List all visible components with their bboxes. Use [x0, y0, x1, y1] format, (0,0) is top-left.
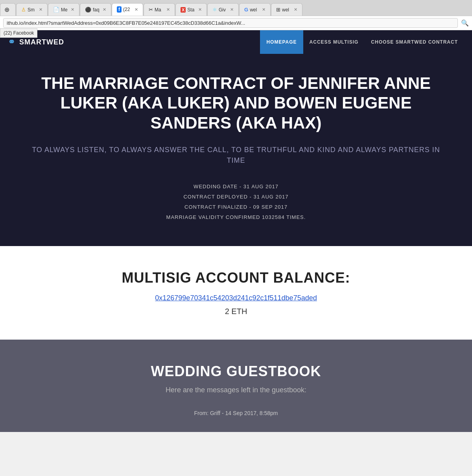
tab-wel-google[interactable]: G wel ✕: [239, 3, 271, 16]
tab-giv[interactable]: ⚛ Giv ✕: [207, 3, 239, 16]
guestbook-title: WEDDING GUESTBOOK: [16, 363, 456, 380]
search-icon[interactable]: 🔍: [461, 19, 469, 27]
tab-tooltip: (22) Facebook: [0, 28, 37, 38]
nav-link-multisig[interactable]: ACCESS MULTISIG: [303, 30, 365, 54]
tab-giv-close[interactable]: ✕: [228, 7, 234, 12]
tab-sm[interactable]: ♙ Sm ✕: [16, 3, 48, 16]
person-icon: ♙: [21, 7, 26, 13]
tab-giv-label: Giv: [219, 7, 226, 13]
tab-ma-label: Ma: [155, 7, 161, 13]
guestbook-section: WEDDING GUESTBOOK Here are the messages …: [0, 340, 472, 432]
tab-me-label: Me: [61, 7, 68, 13]
hero-title: THE MARRIAGE CONTRACT OF JENNIFER ANNE L…: [24, 74, 448, 133]
contract-deployed: CONTRACT DEPLOYED - 31 AUG 2017: [24, 192, 448, 202]
marriage-validity: MARRIAGE VALIDITY CONFIRMED 1032584 TIME…: [24, 212, 448, 222]
tab-faq-close[interactable]: ✕: [100, 7, 106, 12]
nav-link-choose[interactable]: CHOOSE SMARTWED CONTRACT: [365, 30, 464, 54]
address-input[interactable]: [3, 18, 458, 28]
multisig-section: MULTISIG ACCOUNT BALANCE: 0x126799e70341…: [0, 246, 472, 340]
scissors-icon: ✂: [149, 7, 153, 13]
tab-wel-google-close[interactable]: ✕: [260, 7, 266, 12]
nav-logo-text: SMARTWED: [19, 38, 64, 46]
hero-section: THE MARRIAGE CONTRACT OF JENNIFER ANNE L…: [0, 54, 472, 246]
tab-facebook[interactable]: f (22 ✕: [112, 3, 143, 16]
tab-chrome-icon[interactable]: ⊕: [0, 3, 16, 16]
tab-wel-google-label: wel: [250, 7, 257, 13]
nav-link-homepage[interactable]: HOMEPAGE: [260, 30, 303, 54]
hero-vow: TO ALWAYS LISTEN, TO ALWAYS ANSWER THE C…: [24, 145, 448, 166]
multisig-title: MULTISIG ACCOUNT BALANCE:: [16, 270, 456, 286]
tab-sta[interactable]: X Sta ✕: [175, 3, 207, 16]
google-icon: G: [244, 7, 248, 13]
chrome-logo-icon: ⊕: [4, 6, 9, 13]
tab-sm-close[interactable]: ✕: [37, 7, 42, 12]
tab-bar: ⊕ ♙ Sm ✕ 📄 Me ✕ ⚫ faq ✕ f (22 ✕ ✂ Ma: [0, 0, 472, 16]
github-icon: ⚫: [85, 7, 91, 13]
browser-chrome: ⊕ ♙ Sm ✕ 📄 Me ✕ ⚫ faq ✕ f (22 ✕ ✂ Ma: [0, 0, 472, 30]
grid-icon: ⊞: [276, 7, 280, 13]
tab-sm-label: Sm: [28, 7, 35, 13]
tab-ma-close[interactable]: ✕: [164, 7, 170, 12]
smartwed-logo-icon: ⚭: [8, 37, 15, 47]
tab-faq[interactable]: ⚫ faq ✕: [80, 3, 111, 16]
tab-sta-label: Sta: [187, 7, 194, 13]
hero-meta: WEDDING DATE - 31 AUG 2017 CONTRACT DEPL…: [24, 182, 448, 222]
nav-logo: ⚭ SMARTWED: [8, 37, 64, 47]
tab-me-close[interactable]: ✕: [68, 7, 74, 12]
contract-finalized: CONTRACT FINALIZED - 09 SEP 2017: [24, 202, 448, 212]
tab-sta-close[interactable]: ✕: [196, 7, 202, 12]
react-icon: ⚛: [212, 7, 217, 13]
x-icon: X: [181, 7, 186, 13]
multisig-balance: 2 ETH: [16, 307, 456, 316]
tab-ma[interactable]: ✂ Ma ✕: [144, 3, 175, 16]
tab-facebook-close[interactable]: ✕: [132, 7, 138, 12]
doc-icon: 📄: [53, 7, 59, 13]
multisig-address-link[interactable]: 0x126799e70341c54203d241c92c1f511dbe75ad…: [16, 294, 456, 302]
site-navigation: ⚭ SMARTWED HOMEPAGE ACCESS MULTISIG CHOO…: [0, 30, 472, 54]
tab-wel-grid-close[interactable]: ✕: [291, 7, 297, 12]
tab-wel-grid-label: wel: [282, 7, 289, 13]
facebook-icon: f: [117, 6, 122, 13]
guestbook-entry: From: Griff - 14 Sep 2017, 8:58pm: [16, 410, 456, 416]
nav-links: HOMEPAGE ACCESS MULTISIG CHOOSE SMARTWED…: [260, 30, 464, 54]
wedding-date: WEDDING DATE - 31 AUG 2017: [24, 182, 448, 192]
guestbook-subtitle: Here are the messages left in the guestb…: [16, 386, 456, 394]
tab-facebook-label: (22: [123, 7, 130, 12]
tab-wel-grid[interactable]: ⊞ wel ✕: [271, 3, 302, 16]
tab-me[interactable]: 📄 Me ✕: [48, 3, 79, 16]
tab-faq-label: faq: [93, 7, 100, 13]
address-bar: 🔍: [0, 16, 472, 30]
